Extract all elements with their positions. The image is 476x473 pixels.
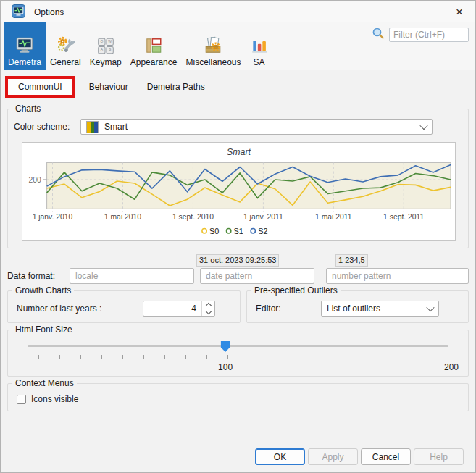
category-demetra[interactable]: Demetra (4, 22, 46, 70)
slider-tick (122, 355, 123, 359)
slider-tick (217, 355, 217, 359)
slider-tick (133, 355, 133, 359)
tab-demetra-paths[interactable]: Demetra Paths (138, 78, 214, 96)
category-general[interactable]: General (46, 22, 85, 70)
editor-select[interactable]: List of outliers (321, 301, 439, 317)
data-format-row: 31 oct. 2023 09:25:53 1 234,5 Data forma… (7, 268, 469, 284)
ok-button[interactable]: OK (255, 448, 305, 465)
tick-label-200: 200 (444, 362, 459, 372)
slider-tick (375, 355, 375, 359)
slider-tick (396, 355, 396, 359)
last-years-spinner[interactable]: 4 (143, 301, 215, 317)
category-label: SA (254, 57, 265, 67)
keyboard-keys-icon: QW AS (96, 36, 115, 55)
tab-behaviour[interactable]: Behaviour (80, 78, 138, 96)
slider-tick (238, 355, 238, 359)
gears-wrench-icon (56, 36, 75, 55)
svg-text:S0: S0 (209, 227, 219, 235)
slider-tick (112, 355, 112, 359)
svg-text:S1: S1 (234, 227, 243, 235)
slider-tick (301, 355, 301, 359)
icons-visible-checkbox[interactable] (17, 395, 26, 404)
group-title: Pre-specified Outliers (251, 285, 341, 296)
color-scheme-swatch (86, 121, 99, 133)
date-preview-badge: 31 oct. 2023 09:25:53 (196, 254, 279, 267)
svg-text:Q: Q (100, 39, 103, 43)
editor-label: Editor: (253, 304, 321, 314)
slider-tick (143, 355, 144, 359)
outliers-group: Pre-specified Outliers Editor: List of o… (246, 290, 469, 323)
svg-text:S2: S2 (258, 227, 267, 235)
growth-charts-group: Growth Charts Number of last years : 4 (7, 290, 241, 323)
spin-down-icon[interactable] (205, 309, 211, 314)
slider-tick (185, 355, 186, 359)
category-label: Miscellaneous (185, 57, 241, 67)
help-button[interactable]: Help (414, 448, 464, 465)
slider-tick (417, 355, 417, 359)
svg-text:200: 200 (28, 175, 41, 183)
slider-tick (164, 355, 165, 359)
slider-tick (80, 355, 81, 359)
slider-tick (448, 355, 448, 359)
slider-tick (427, 355, 427, 359)
slider-tick (249, 355, 249, 361)
data-format-label: Data format: (7, 271, 70, 281)
color-scheme-select[interactable]: Smart (80, 119, 433, 135)
charts-group: Charts Color scheme: Smart 1 janv. 20101… (7, 109, 469, 248)
apply-button[interactable]: Apply (308, 448, 358, 465)
slider-tick (438, 355, 438, 359)
filter-input[interactable] (389, 28, 469, 42)
window-title: Options (34, 7, 64, 17)
bar-chart-icon (250, 36, 269, 55)
svg-text:Smart: Smart (227, 147, 251, 157)
tab-label: Demetra Paths (147, 82, 205, 92)
category-label: Appearance (130, 57, 178, 67)
group-title: Html Font Size (12, 325, 75, 335)
svg-text:1 sept. 2010: 1 sept. 2010 (172, 212, 214, 220)
number-pattern-input[interactable] (326, 268, 469, 284)
slider-tick (333, 355, 333, 359)
last-years-label: Number of last years : (14, 304, 143, 314)
locale-input[interactable] (70, 268, 194, 284)
slider-tick (270, 355, 270, 359)
slider-tick (70, 355, 70, 359)
slider-tick (59, 355, 60, 359)
options-dialog: Options × Demetra (0, 0, 476, 473)
slider-track[interactable] (28, 345, 448, 347)
category-appearance[interactable]: Appearance (126, 22, 182, 70)
slider-thumb[interactable] (221, 341, 230, 352)
svg-text:W: W (108, 39, 112, 43)
slider-tick (322, 355, 322, 359)
spinner-buttons[interactable] (201, 301, 214, 316)
font-size-slider[interactable] (28, 341, 448, 351)
category-toolbar: Demetra General (1, 22, 475, 70)
category-label: Demetra (8, 57, 41, 67)
slider-tick (312, 355, 312, 359)
layout-blocks-icon (144, 36, 163, 55)
date-pattern-input[interactable] (200, 268, 314, 284)
slider-tick (227, 355, 228, 359)
slider-tick (291, 355, 291, 359)
slider-tick (38, 355, 39, 359)
tick-label-100: 100 (218, 362, 233, 372)
titlebar: Options × (1, 1, 475, 22)
close-icon[interactable]: × (453, 6, 466, 18)
slider-tick (175, 355, 175, 359)
tab-commonui[interactable]: CommonUI (5, 76, 75, 98)
category-keymap[interactable]: QW AS Keymap (85, 22, 126, 70)
chevron-down-icon (426, 304, 434, 311)
number-preview-badge: 1 234,5 (335, 254, 368, 267)
editor-value: List of outliers (327, 304, 380, 314)
category-miscellaneous[interactable]: Miscellaneous (181, 22, 245, 70)
chart-svg: 1 janv. 20101 mai 20101 sept. 20101 janv… (22, 143, 455, 240)
svg-text:1 sept. 2011: 1 sept. 2011 (383, 212, 424, 220)
cancel-button[interactable]: Cancel (361, 448, 411, 465)
context-menus-group: Context Menus Icons visible (7, 383, 469, 411)
slider-tick (280, 355, 280, 359)
slider-ticks (28, 355, 448, 361)
group-title: Context Menus (12, 378, 77, 388)
slider-tick (385, 355, 385, 359)
slider-tick (259, 355, 259, 359)
category-sa[interactable]: SA (246, 22, 273, 70)
tab-label: Behaviour (89, 82, 128, 92)
